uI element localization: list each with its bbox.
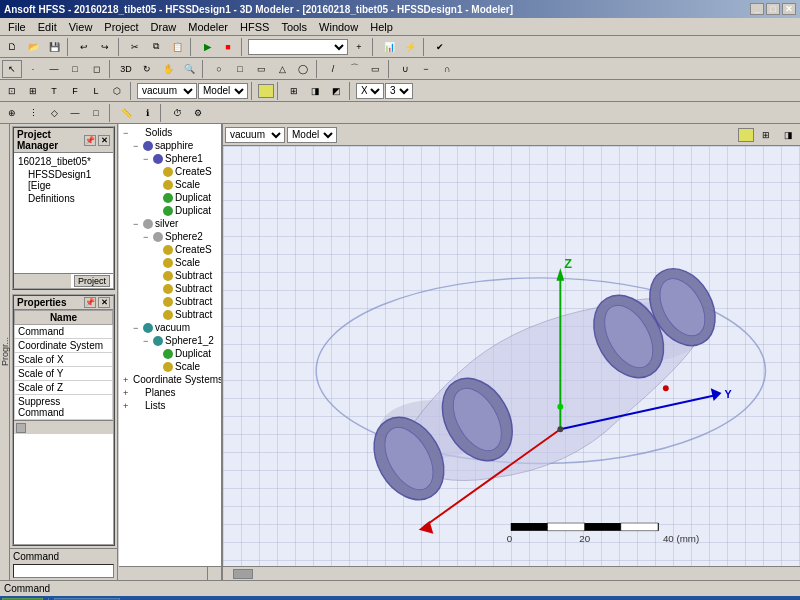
history-btn[interactable]: ⏱ [167, 104, 187, 122]
save-button[interactable]: 💾 [44, 38, 64, 56]
arc-btn[interactable]: ⌒ [344, 60, 364, 78]
view3d-btn[interactable]: 3D [116, 60, 136, 78]
tree-node[interactable]: Duplicat [121, 204, 219, 217]
menu-edit[interactable]: Edit [32, 20, 63, 34]
modeler-options-btn[interactable]: ⚙ [188, 104, 208, 122]
zoom-btn[interactable]: 🔍 [179, 60, 199, 78]
viewport[interactable]: vacuum Model ⊞ ◨ [223, 124, 800, 580]
cyl-btn[interactable]: ▭ [251, 60, 271, 78]
tree-node[interactable]: Subtract [121, 269, 219, 282]
pm-close-btn[interactable]: ✕ [98, 135, 110, 146]
view-top-btn[interactable]: T [44, 82, 64, 100]
color-btn[interactable] [258, 84, 274, 98]
tree-node[interactable]: −vacuum [121, 321, 219, 334]
vp-shade-btn[interactable]: ◨ [778, 126, 798, 144]
menu-project[interactable]: Project [98, 20, 144, 34]
tree-expand-icon[interactable]: − [133, 141, 143, 151]
rotate-btn[interactable]: ↻ [137, 60, 157, 78]
vp-mode-select[interactable]: Model [287, 127, 337, 143]
view-mode-select[interactable]: Model [198, 83, 248, 99]
tree-expand-icon[interactable]: + [123, 388, 133, 398]
snap-btn[interactable]: ⊕ [2, 104, 22, 122]
cone-btn[interactable]: △ [272, 60, 292, 78]
tree-node[interactable]: Subtract [121, 295, 219, 308]
menu-tools[interactable]: Tools [275, 20, 313, 34]
tree-node[interactable]: −Sphere2 [121, 230, 219, 243]
tree-expand-icon[interactable]: − [143, 232, 153, 242]
edge-snap-btn[interactable]: — [65, 104, 85, 122]
view-front-btn[interactable]: F [65, 82, 85, 100]
menu-draw[interactable]: Draw [145, 20, 183, 34]
pm-pin-btn[interactable]: 📌 [84, 135, 96, 146]
menu-window[interactable]: Window [313, 20, 364, 34]
vp-material-select[interactable]: vacuum [225, 127, 285, 143]
face-btn[interactable]: □ [65, 60, 85, 78]
viewport-hscrollbar[interactable] [223, 566, 800, 580]
tree-node[interactable]: Scale [121, 178, 219, 191]
results-button[interactable]: 📊 [379, 38, 399, 56]
shade-btn[interactable]: ◨ [305, 82, 325, 100]
pm-hscroll[interactable] [14, 274, 71, 288]
prop-pin-btn[interactable]: 📌 [84, 297, 96, 308]
minimize-button[interactable]: _ [750, 3, 764, 15]
tree-node[interactable]: CreateS [121, 165, 219, 178]
view-left-btn[interactable]: L [86, 82, 106, 100]
object-btn[interactable]: ◻ [86, 60, 106, 78]
paste-button[interactable]: 📋 [167, 38, 187, 56]
fields-button[interactable]: ⚡ [400, 38, 420, 56]
tree-hscroll[interactable] [119, 567, 207, 580]
sphere-btn[interactable]: ○ [209, 60, 229, 78]
tree-node[interactable]: −sapphire [121, 139, 219, 152]
copy-button[interactable]: ⧉ [146, 38, 166, 56]
tree-node[interactable]: CreateS [121, 243, 219, 256]
menu-modeler[interactable]: Modeler [182, 20, 234, 34]
fit-all-btn[interactable]: ⊡ [2, 82, 22, 100]
pan-btn[interactable]: ✋ [158, 60, 178, 78]
tree-node[interactable]: −Sphere1_2 [121, 334, 219, 347]
coord-select[interactable]: XY [356, 83, 384, 99]
tree-expand-icon[interactable]: + [123, 375, 133, 385]
tree-node[interactable]: −silver [121, 217, 219, 230]
intersect-btn[interactable]: ∩ [437, 60, 457, 78]
torus-btn[interactable]: ◯ [293, 60, 313, 78]
menu-file[interactable]: File [2, 20, 32, 34]
vertex-btn[interactable]: · [23, 60, 43, 78]
maximize-button[interactable]: □ [766, 3, 780, 15]
analysis-select[interactable] [248, 39, 348, 55]
tree-node[interactable]: +Planes [121, 386, 219, 399]
tree-node[interactable]: Duplicat [121, 191, 219, 204]
tree-expand-icon[interactable]: − [133, 323, 143, 333]
pm-project-btn[interactable]: Project [74, 275, 110, 287]
tree-expand-icon[interactable]: + [123, 401, 133, 411]
prop-close-btn[interactable]: ✕ [98, 297, 110, 308]
select-btn[interactable]: ↖ [2, 60, 22, 78]
line-btn[interactable]: / [323, 60, 343, 78]
add-solution-button[interactable]: + [349, 38, 369, 56]
tree-expand-icon[interactable]: − [143, 336, 153, 346]
measure-btn[interactable]: 📏 [116, 104, 136, 122]
menu-view[interactable]: View [63, 20, 99, 34]
tree-node[interactable]: Scale [121, 256, 219, 269]
pm-project-item[interactable]: 160218_tibet05* [16, 155, 111, 168]
dim-select[interactable]: 3D [385, 83, 413, 99]
close-button[interactable]: ✕ [782, 3, 796, 15]
pm-definitions-item[interactable]: Definitions [16, 192, 111, 205]
open-button[interactable]: 📂 [23, 38, 43, 56]
tree-node[interactable]: Scale [121, 360, 219, 373]
tree-expand-icon[interactable]: − [143, 154, 153, 164]
tree-expand-icon[interactable]: − [123, 128, 133, 138]
tree-node[interactable]: −Solids [121, 126, 219, 139]
fit-sel-btn[interactable]: ⊞ [23, 82, 43, 100]
cut-button[interactable]: ✂ [125, 38, 145, 56]
tree-node[interactable]: Subtract [121, 308, 219, 321]
rect-btn[interactable]: ▭ [365, 60, 385, 78]
edge-btn[interactable]: — [44, 60, 64, 78]
grid-snap-btn[interactable]: ⋮ [23, 104, 43, 122]
info-btn[interactable]: ℹ [137, 104, 157, 122]
prop-scrollbar[interactable] [14, 420, 113, 434]
validate-button[interactable]: ✔ [430, 38, 450, 56]
viewport-canvas[interactable]: Z Y [223, 146, 800, 566]
wireframe-btn[interactable]: ⊞ [284, 82, 304, 100]
menu-hfss[interactable]: HFSS [234, 20, 275, 34]
vertex-snap-btn[interactable]: ◇ [44, 104, 64, 122]
